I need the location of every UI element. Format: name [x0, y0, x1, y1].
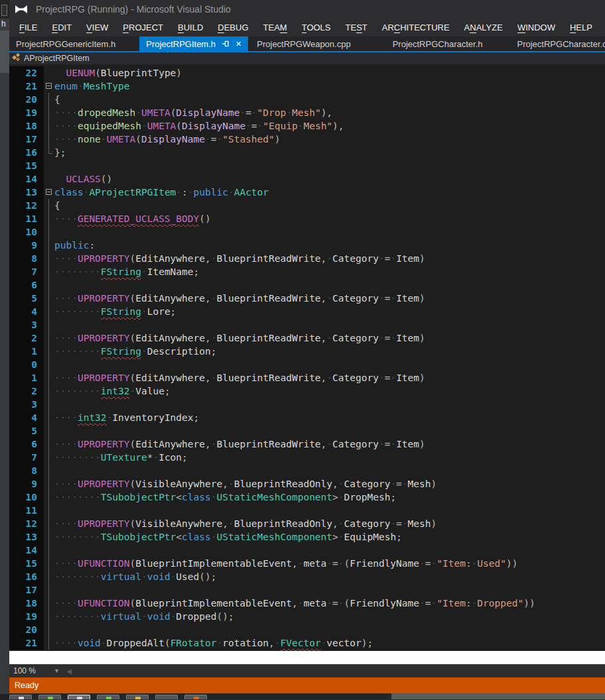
menu-item-file[interactable]: FILE: [12, 20, 44, 35]
code-line[interactable]: 21····void·DroppedAlt(FRotator·rotation,…: [9, 636, 605, 650]
menu-item-edit[interactable]: EDIT: [44, 20, 79, 35]
tab-projectrpgcharacter-h[interactable]: ProjectRPGCharacter.h: [386, 36, 490, 51]
code-text[interactable]: ····equipedMesh·UMETA(DisplayName·=·"Equ…: [54, 119, 605, 133]
code-text[interactable]: class·AProjectRPGItem·:·public·AActor: [54, 186, 605, 199]
code-line[interactable]: 17: [9, 583, 605, 597]
close-icon[interactable]: ✕: [235, 40, 241, 48]
code-text[interactable]: ········FString·Description;: [54, 345, 605, 358]
code-line[interactable]: 2····UPROPERTY(EditAnywhere,·BlueprintRe…: [9, 331, 605, 345]
code-text[interactable]: [54, 504, 605, 517]
chevron-down-icon[interactable]: ▼: [54, 668, 60, 674]
code-text[interactable]: ····int32·InventoryIndex;: [54, 411, 605, 424]
code-line[interactable]: 2········int32·Value;: [9, 384, 605, 398]
code-text[interactable]: ····dropedMesh·UMETA(DisplayName·=·"Drop…: [54, 106, 605, 119]
code-line[interactable]: 16};: [9, 146, 605, 159]
code-line[interactable]: 19····dropedMesh·UMETA(DisplayName·=·"Dr…: [9, 106, 605, 119]
code-line[interactable]: 20{: [9, 93, 605, 106]
code-text[interactable]: UCLASS(): [54, 172, 605, 186]
code-line[interactable]: 9····UPROPERTY(VisibleAnywhere,·Blueprin…: [9, 477, 605, 491]
code-line[interactable]: 0: [9, 358, 605, 371]
menu-item-help[interactable]: HELP: [563, 20, 600, 35]
code-line[interactable]: 22 UENUM(BlueprintType): [9, 66, 605, 80]
code-line[interactable]: 6: [9, 278, 605, 292]
code-line[interactable]: 8: [9, 464, 605, 477]
fold-collapse-box[interactable]: [44, 186, 54, 199]
code-line[interactable]: 1····UPROPERTY(EditAnywhere,·BlueprintRe…: [9, 371, 605, 384]
taskbar-button[interactable]: [184, 695, 207, 699]
taskbar-button[interactable]: [38, 695, 61, 699]
code-editor[interactable]: 22 UENUM(BlueprintType)21enum·MeshType20…: [9, 65, 605, 651]
horizontal-scrollbar-strip[interactable]: 100 % ▼ ◀: [9, 664, 605, 677]
menu-item-build[interactable]: BUILD: [170, 20, 210, 35]
code-text[interactable]: {: [54, 199, 605, 212]
code-text[interactable]: ········virtual·void·Used();: [54, 570, 605, 583]
taskbar-button[interactable]: [155, 695, 178, 699]
tab-projectrpgcharacter-cpp[interactable]: ProjectRPGCharacter.cpp: [511, 36, 605, 51]
code-text[interactable]: ····UFUNCTION(BlueprintImplementableEven…: [54, 557, 605, 570]
code-line[interactable]: 3: [9, 398, 605, 411]
code-text[interactable]: [54, 398, 605, 411]
code-line[interactable]: 6····UPROPERTY(EditAnywhere,·BlueprintRe…: [9, 438, 605, 451]
breadcrumb-scope-label[interactable]: AProjectRPGItem: [24, 54, 90, 63]
zoom-level-combo[interactable]: 100 % ▼: [9, 664, 64, 677]
code-text[interactable]: ········virtual·void·Dropped();: [54, 610, 605, 623]
code-line[interactable]: 15: [9, 159, 605, 172]
taskbar-button[interactable]: [97, 695, 119, 699]
menu-item-architecture[interactable]: ARCHITECTURE: [375, 20, 457, 35]
code-text[interactable]: };: [54, 146, 605, 159]
code-text[interactable]: ········FString·ItemName;: [54, 265, 605, 278]
taskbar-button[interactable]: [126, 695, 149, 699]
code-line[interactable]: 13········TSubobjectPtr<class·UStaticMes…: [9, 530, 605, 544]
taskbar-button[interactable]: [9, 695, 32, 699]
code-text[interactable]: [54, 318, 605, 331]
code-line[interactable]: 11: [9, 504, 605, 517]
scroll-left-arrow-icon[interactable]: ◀: [64, 668, 74, 675]
code-line[interactable]: 11····GENERATED_UCLASS_BODY(): [9, 212, 605, 225]
code-line[interactable]: 7········FString·ItemName;: [9, 265, 605, 278]
code-line[interactable]: 12{: [9, 199, 605, 212]
code-line[interactable]: 20: [9, 623, 605, 636]
menu-item-debug[interactable]: DEBUG: [210, 20, 255, 35]
code-text[interactable]: [54, 623, 605, 636]
code-line[interactable]: 10········TSubobjectPtr<class·UStaticMes…: [9, 491, 605, 504]
code-text[interactable]: ········UTexture*·Icon;: [54, 451, 605, 464]
code-text[interactable]: ····UPROPERTY(EditAnywhere,·BlueprintRea…: [54, 371, 605, 384]
code-line[interactable]: 13class·AProjectRPGItem·:·public·AActor: [9, 186, 605, 199]
code-line[interactable]: 18····UFUNCTION(BlueprintImplementableEv…: [9, 597, 605, 610]
code-line[interactable]: 14 UCLASS(): [9, 172, 605, 186]
menu-item-team[interactable]: TEAM: [256, 20, 295, 35]
code-line[interactable]: 5: [9, 424, 605, 438]
code-text[interactable]: [54, 464, 605, 477]
tab-projectrpgweapon-cpp[interactable]: ProjectRPGWeapon.cpp: [250, 36, 357, 51]
menu-item-test[interactable]: TEST: [338, 20, 375, 35]
code-line[interactable]: 5····UPROPERTY(EditAnywhere,·BlueprintRe…: [9, 292, 605, 305]
code-text[interactable]: {: [54, 93, 605, 106]
code-text[interactable]: ····UPROPERTY(EditAnywhere,·BlueprintRea…: [54, 331, 605, 345]
code-text[interactable]: public:: [54, 239, 605, 252]
code-text[interactable]: [54, 159, 605, 172]
code-line[interactable]: 18····equipedMesh·UMETA(DisplayName·=·"E…: [9, 119, 605, 133]
code-text[interactable]: ········FString·Lore;: [54, 305, 605, 318]
menu-item-view[interactable]: VIEW: [79, 20, 115, 35]
pin-icon[interactable]: [222, 40, 230, 47]
code-text[interactable]: ····UPROPERTY(EditAnywhere,·BlueprintRea…: [54, 292, 605, 305]
zoom-level-value[interactable]: 100 %: [13, 666, 36, 675]
code-line[interactable]: 12····UPROPERTY(VisibleAnywhere,·Bluepri…: [9, 517, 605, 530]
code-text[interactable]: ····UPROPERTY(VisibleAnywhere,·Blueprint…: [54, 517, 605, 530]
tab-projectrpgitem-h[interactable]: ProjectRPGItem.h✕: [139, 36, 248, 51]
code-line[interactable]: 7········UTexture*·Icon;: [9, 451, 605, 464]
tab-projectrpggenericitem-h[interactable]: ProjectRPGGenericItem.h: [9, 36, 122, 51]
code-text[interactable]: [54, 424, 605, 438]
code-text[interactable]: enum·MeshType: [54, 80, 605, 93]
code-line[interactable]: 21enum·MeshType: [9, 80, 605, 93]
menu-item-project[interactable]: PROJECT: [115, 20, 170, 35]
menu-item-window[interactable]: WINDOW: [510, 20, 563, 35]
code-line[interactable]: 19········virtual·void·Dropped();: [9, 610, 605, 623]
code-line[interactable]: 10: [9, 225, 605, 239]
code-line[interactable]: 8····UPROPERTY(EditAnywhere,·BlueprintRe…: [9, 252, 605, 265]
code-text[interactable]: ····GENERATED_UCLASS_BODY(): [54, 212, 605, 225]
menu-item-tools[interactable]: TOOLS: [295, 20, 338, 35]
code-line[interactable]: 17····none·UMETA(DisplayName·=·"Stashed"…: [9, 133, 605, 146]
code-text[interactable]: UENUM(BlueprintType): [54, 66, 605, 80]
code-line[interactable]: 1········FString·Description;: [9, 345, 605, 358]
